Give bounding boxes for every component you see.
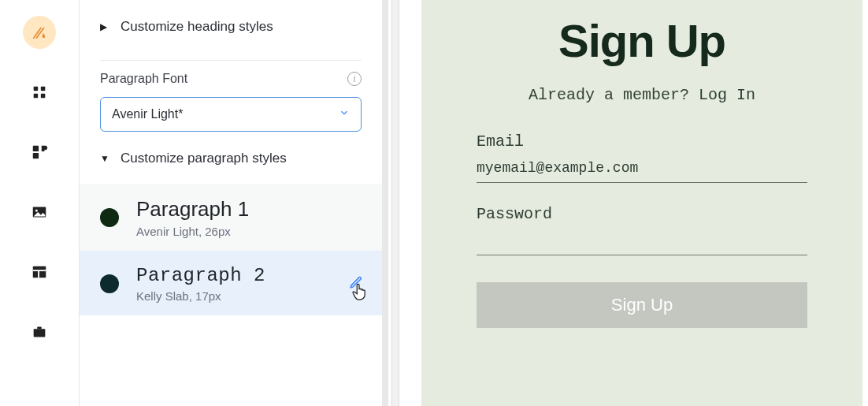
panel-divider[interactable] [382,0,398,406]
svg-rect-4 [33,146,39,151]
layout-icon[interactable] [23,255,56,289]
svg-rect-13 [37,327,42,330]
password-label: Password [477,205,807,223]
signup-preview: Sign Up Already a member? Log In Email P… [421,0,862,406]
image-icon[interactable] [23,196,56,229]
signup-button[interactable]: Sign Up [477,282,807,328]
paragraph-style-list: Paragraph 1 Avenir Light, 26px Paragraph… [80,184,382,315]
business-icon[interactable] [23,315,56,348]
already-member-text: Already a member? Log In [453,86,831,104]
chevron-down-icon [339,107,350,121]
color-swatch [100,274,119,293]
chevron-right-icon: ▶ [100,21,109,32]
svg-rect-3 [41,94,46,99]
divider [100,60,362,61]
plugin-icon[interactable] [23,136,56,169]
color-swatch [100,208,119,227]
style-meta: Kelly Slab, 17px [136,289,265,303]
expander-label: Customize heading styles [121,19,273,35]
style-meta: Avenir Light, 26px [136,225,249,238]
login-link[interactable]: Log In [699,86,755,104]
canvas-area: Sign Up Already a member? Log In Email P… [398,0,868,406]
email-field[interactable] [477,155,807,183]
svg-rect-5 [33,153,39,158]
typography-panel: ▶ Customize heading styles Paragraph Fon… [79,0,382,406]
paragraph-style-item[interactable]: Paragraph 2 Kelly Slab, 17px [80,251,382,316]
svg-rect-2 [34,94,39,99]
password-field[interactable] [477,228,807,255]
svg-rect-12 [34,329,46,337]
page-title: Sign Up [453,14,831,67]
svg-rect-1 [41,87,46,91]
left-icon-rail [0,0,79,406]
theme-icon[interactable] [23,16,56,49]
edit-icon[interactable] [349,275,363,292]
paragraph-font-label: Paragraph Font [100,72,187,86]
style-name: Paragraph 1 [136,198,249,222]
style-name: Paragraph 2 [136,265,265,287]
expander-label: Customize paragraph styles [121,151,287,166]
grid-icon[interactable] [23,76,56,109]
customize-paragraph-expander[interactable]: ▼ Customize paragraph styles [100,141,362,176]
select-value: Avenir Light* [112,107,183,121]
svg-point-7 [35,210,38,212]
svg-rect-0 [34,87,39,91]
email-label: Email [477,132,807,151]
paragraph-style-item[interactable]: Paragraph 1 Avenir Light, 26px [80,184,382,251]
customize-heading-expander[interactable]: ▶ Customize heading styles [100,9,362,44]
info-icon[interactable]: i [347,72,362,86]
paragraph-font-select[interactable]: Avenir Light* [100,97,362,132]
chevron-down-icon: ▼ [100,153,109,164]
